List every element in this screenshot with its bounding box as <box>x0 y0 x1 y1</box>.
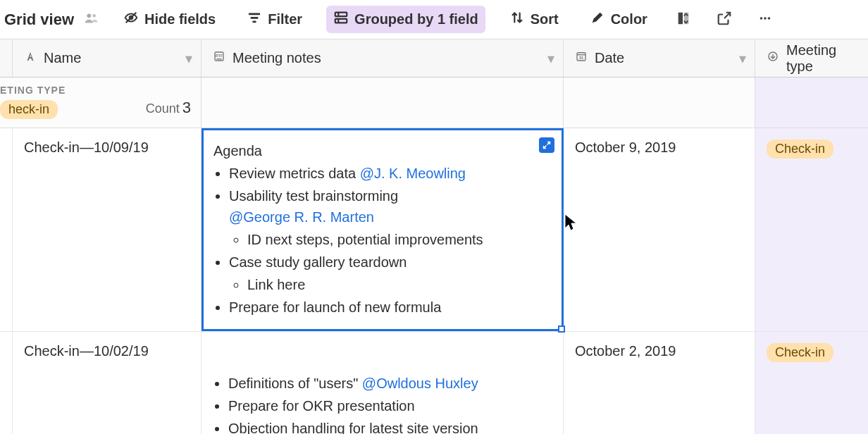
chevron-down-icon[interactable]: ▾ <box>185 50 192 67</box>
rowheight-icon[interactable] <box>671 6 695 33</box>
table-row: Check-in—10/09/19 Agenda Review metrics … <box>0 128 868 332</box>
group-field-label: ETING TYPE <box>0 85 201 96</box>
cell-date[interactable]: October 9, 2019 <box>564 128 755 331</box>
toolbar: Grid view Hide fields Filter Grouped by … <box>0 0 868 39</box>
share-icon[interactable] <box>712 6 736 33</box>
list-item: Link here <box>247 274 552 295</box>
svg-point-14 <box>764 17 767 20</box>
svg-point-13 <box>760 17 763 20</box>
chevron-down-icon[interactable]: ▾ <box>547 50 554 67</box>
list-item: Review metrics data @J. K. Meowling <box>229 163 552 184</box>
svg-point-0 <box>87 13 91 18</box>
svg-rect-8 <box>335 19 347 23</box>
cell-notes[interactable]: Definitions of "users" @Owldous Huxley P… <box>202 332 564 434</box>
filter-button[interactable]: Filter <box>240 6 309 33</box>
list-item: Objection handling for latest site versi… <box>228 418 552 434</box>
mention[interactable]: @J. K. Meowling <box>360 166 466 181</box>
col-header-notes[interactable]: RTF Meeting notes ▾ <box>202 39 564 77</box>
type-pill: Check-in <box>767 343 833 362</box>
mention[interactable]: @George R. R. Marten <box>229 209 374 225</box>
svg-text:RTF: RTF <box>216 54 223 58</box>
mention[interactable]: @Owldous Huxley <box>362 376 478 391</box>
hide-fields-label: Hide fields <box>144 11 216 27</box>
svg-rect-7 <box>335 13 347 17</box>
view-name[interactable]: Grid view <box>4 11 74 29</box>
hide-fields-icon <box>123 10 139 29</box>
col-stub <box>0 39 13 77</box>
more-icon[interactable] <box>753 6 777 33</box>
sort-button[interactable]: Sort <box>502 6 566 33</box>
filter-label: Filter <box>268 11 302 27</box>
text-field-icon <box>24 50 37 66</box>
list-item: Prepare for launch of new formula <box>229 297 552 318</box>
group-label: Grouped by 1 field <box>354 11 478 27</box>
color-button[interactable]: Color <box>583 6 655 33</box>
notes-rich-content[interactable]: Agenda Review metrics data @J. K. Meowli… <box>213 140 552 318</box>
calendar-icon: 31 <box>575 50 588 66</box>
group-icon <box>333 10 349 29</box>
expand-cell-button[interactable] <box>539 137 554 153</box>
svg-point-1 <box>92 13 96 17</box>
list-item: Usability test brainstorming @George R. … <box>229 185 552 250</box>
svg-rect-4 <box>249 13 261 16</box>
cell-notes-selected[interactable]: Agenda Review metrics data @J. K. Meowli… <box>202 128 564 331</box>
svg-rect-5 <box>251 17 259 19</box>
cell-name[interactable]: Check-in—10/02/19 <box>13 332 202 434</box>
chevron-down-icon[interactable]: ▾ <box>739 50 746 67</box>
hide-fields-button[interactable]: Hide fields <box>116 6 223 33</box>
type-pill: Check-in <box>767 140 833 159</box>
col-name-label: Name <box>44 50 81 66</box>
list-item: Prepare for OKR presentation <box>228 395 552 416</box>
list-item: ID next steps, potential improvements <box>247 229 552 250</box>
col-header-type[interactable]: Meeting type <box>755 39 868 77</box>
svg-point-15 <box>768 17 771 20</box>
filter-icon <box>247 10 262 29</box>
list-item: Case study gallery teardown Link here <box>229 252 552 295</box>
list-item: Definitions of "users" @Owldous Huxley <box>228 373 552 394</box>
svg-rect-11 <box>678 12 683 24</box>
group-header: ETING TYPE heck-in Count3 <box>0 78 868 128</box>
col-type-label: Meeting type <box>786 42 857 75</box>
group-count: Count3 <box>146 99 191 117</box>
color-icon <box>590 10 605 29</box>
col-header-name[interactable]: Name ▾ <box>13 39 202 77</box>
resize-handle[interactable] <box>558 326 565 333</box>
rows: Check-in—10/09/19 Agenda Review metrics … <box>0 128 868 434</box>
group-label-area[interactable]: ETING TYPE heck-in Count3 <box>0 78 202 128</box>
color-label: Color <box>611 11 647 27</box>
cell-type[interactable]: Check-in <box>755 332 868 434</box>
select-field-icon <box>767 50 779 66</box>
rtf-field-icon: RTF <box>213 50 225 66</box>
col-date-label: Date <box>595 50 624 66</box>
col-header-date[interactable]: 31 Date ▾ <box>564 39 755 77</box>
notes-heading: Agenda <box>213 140 552 161</box>
sort-icon <box>509 10 525 29</box>
svg-text:31: 31 <box>579 56 584 60</box>
cell-type[interactable]: Check-in <box>755 128 868 331</box>
sort-label: Sort <box>531 11 559 27</box>
group-value-pill: heck-in <box>0 100 58 119</box>
group-button[interactable]: Grouped by 1 field <box>326 6 485 33</box>
table-row: Check-in—10/02/19 Definitions of "users"… <box>0 332 868 434</box>
svg-rect-6 <box>252 21 256 23</box>
cell-name[interactable]: Check-in—10/09/19 <box>13 128 202 331</box>
col-notes-label: Meeting notes <box>232 50 321 66</box>
cell-date[interactable]: October 2, 2019 <box>564 332 755 434</box>
collaborators-icon[interactable] <box>84 11 99 29</box>
column-headers: Name ▾ RTF Meeting notes ▾ 31 Date ▾ Mee… <box>0 39 868 78</box>
